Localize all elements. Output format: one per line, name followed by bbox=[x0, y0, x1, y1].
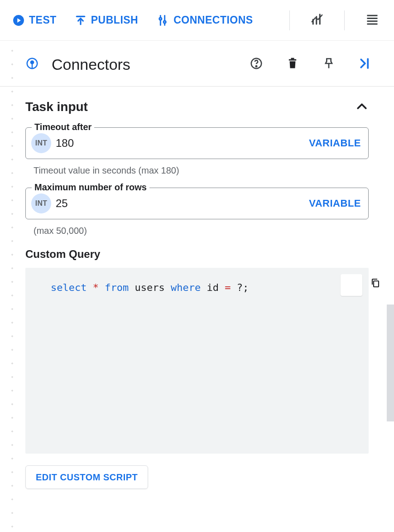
connector-icon bbox=[25, 57, 39, 72]
max-rows-input[interactable] bbox=[56, 197, 309, 210]
pin-button[interactable] bbox=[318, 53, 340, 75]
menu-lines-icon bbox=[365, 13, 379, 28]
trash-icon bbox=[286, 57, 299, 72]
int-badge: INT bbox=[31, 133, 51, 153]
custom-query-code: select * from users where id = ?; bbox=[25, 268, 369, 454]
play-circle-icon bbox=[13, 15, 24, 26]
max-rows-label: Maximum number of rows bbox=[32, 182, 149, 193]
edit-custom-script-button[interactable]: EDIT CUSTOM SCRIPT bbox=[25, 465, 148, 489]
canvas-dot-strip bbox=[0, 41, 14, 532]
max-rows-hint: (max 50,000) bbox=[25, 223, 369, 248]
chevron-up-icon bbox=[355, 99, 369, 115]
section-header[interactable]: Task input bbox=[25, 99, 369, 115]
timeout-variable-button[interactable]: VARIABLE bbox=[309, 137, 361, 149]
test-label: TEST bbox=[29, 14, 57, 26]
svg-rect-18 bbox=[291, 58, 294, 59]
section-title: Task input bbox=[25, 100, 88, 114]
bar-chart-icon bbox=[310, 13, 324, 28]
timeout-field: Timeout after INT VARIABLE bbox=[25, 127, 369, 159]
svg-rect-17 bbox=[289, 59, 296, 61]
publish-icon bbox=[75, 15, 86, 26]
custom-query-label: Custom Query bbox=[25, 248, 369, 261]
delete-button[interactable] bbox=[282, 53, 303, 75]
panel-header: Connectors bbox=[0, 41, 394, 87]
chart-button[interactable] bbox=[308, 10, 327, 31]
copy-icon bbox=[322, 261, 381, 309]
publish-button[interactable]: PUBLISH bbox=[75, 14, 138, 26]
panel-title: Connectors bbox=[52, 56, 130, 73]
svg-rect-21 bbox=[374, 281, 379, 287]
svg-point-13 bbox=[31, 61, 34, 63]
top-toolbar: TEST PUBLISH CONNECTIONS bbox=[0, 0, 394, 41]
max-rows-variable-button[interactable]: VARIABLE bbox=[309, 198, 361, 209]
scrollbar-thumb[interactable] bbox=[387, 305, 394, 421]
connections-button[interactable]: CONNECTIONS bbox=[156, 14, 253, 27]
connections-label: CONNECTIONS bbox=[173, 14, 253, 26]
svg-point-16 bbox=[256, 66, 257, 67]
chevron-bar-right-icon bbox=[358, 57, 372, 72]
timeout-label: Timeout after bbox=[32, 122, 94, 132]
collapse-right-button[interactable] bbox=[354, 53, 376, 75]
test-button[interactable]: TEST bbox=[13, 14, 57, 26]
copy-button[interactable] bbox=[341, 274, 362, 296]
timeout-input[interactable] bbox=[56, 137, 309, 150]
pin-icon bbox=[322, 57, 335, 72]
help-icon bbox=[250, 57, 263, 72]
connections-icon bbox=[156, 14, 169, 27]
help-button[interactable] bbox=[245, 53, 267, 75]
divider bbox=[289, 10, 290, 30]
int-badge: INT bbox=[31, 193, 51, 213]
max-rows-field: Maximum number of rows INT VARIABLE bbox=[25, 188, 369, 219]
menu-button[interactable] bbox=[363, 10, 381, 31]
divider bbox=[344, 10, 345, 30]
publish-label: PUBLISH bbox=[91, 14, 138, 26]
